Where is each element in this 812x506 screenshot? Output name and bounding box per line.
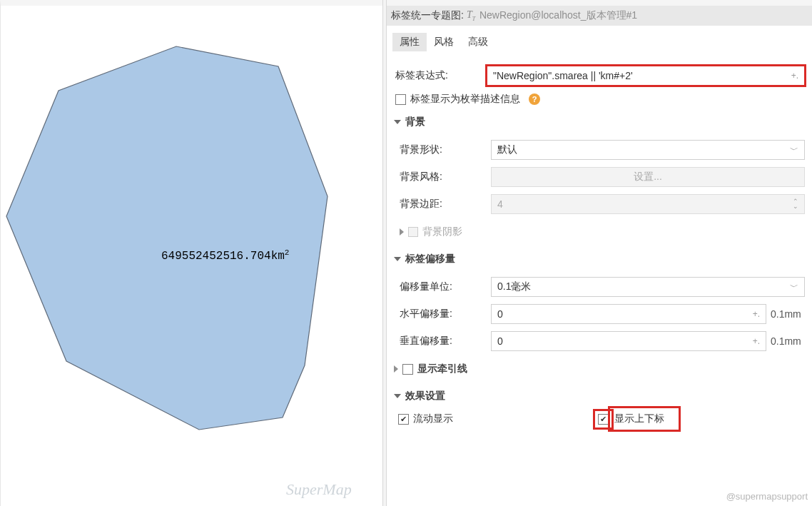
expand-icon <box>400 228 404 236</box>
map-canvas[interactable]: 649552452516.704km2 SuperMap <box>0 0 382 506</box>
section-background-header[interactable]: 背景 <box>394 111 805 133</box>
region-area-label: 649552452516.704km2 <box>161 248 289 263</box>
label-bg-shape: 背景形状: <box>398 143 491 156</box>
supersub-label: 显示上下标 <box>613 411 676 427</box>
brand-watermark: SuperMap <box>286 480 352 499</box>
bg-shape-select[interactable]: 默认 ﹀ <box>491 140 805 160</box>
support-watermark: @supermapsupport <box>726 491 808 502</box>
thematic-label-icon: TT <box>467 9 478 22</box>
enum-display-label: 标签显示为枚举描述信息 <box>410 93 520 106</box>
collapse-icon <box>394 120 401 124</box>
spinner-buttons[interactable]: ⌃⌄ <box>793 199 798 209</box>
help-icon[interactable]: ? <box>529 93 540 105</box>
thematic-label-panel: 标签统一专题图: TT NewRegion@localhost_版本管理#1 属… <box>387 0 812 506</box>
region-polygon <box>6 46 328 430</box>
panel-title: 标签统一专题图: <box>391 9 464 22</box>
label-offset-v: 垂直偏移量: <box>398 335 491 348</box>
section-bg-shadow-header[interactable]: 背景阴影 <box>398 221 805 243</box>
bg-style-button[interactable]: 设置... <box>491 167 805 187</box>
collapse-icon <box>394 394 401 398</box>
collapse-icon <box>394 257 401 261</box>
offset-h-input[interactable]: 0 +. <box>491 304 766 324</box>
section-offset-header[interactable]: 标签偏移量 <box>394 248 805 270</box>
expression-builder-icon[interactable]: +. <box>791 71 798 81</box>
section-effects-header[interactable]: 效果设置 <box>394 385 805 407</box>
label-offset-unit: 偏移量单位: <box>398 280 491 293</box>
label-bg-margin: 背景边距: <box>398 198 491 211</box>
section-offset-title: 标签偏移量 <box>405 253 455 265</box>
bg-shadow-title: 背景阴影 <box>422 226 462 238</box>
panel-body: 标签表达式: "NewRegion".smarea || 'km#+2' +. … <box>387 56 812 506</box>
expression-value: "NewRegion".smarea || 'km#+2' <box>493 70 633 81</box>
layer-chip[interactable]: TT NewRegion@localhost_版本管理#1 <box>467 9 637 22</box>
tab-style[interactable]: 风格 <box>427 33 461 51</box>
value-picker-icon[interactable]: +. <box>753 336 760 346</box>
panel-header: 标签统一专题图: TT NewRegion@localhost_版本管理#1 <box>387 6 812 26</box>
leader-line-checkbox[interactable] <box>402 364 413 375</box>
enum-display-checkbox[interactable] <box>395 94 406 105</box>
flow-display-checkbox[interactable]: ✔ <box>398 414 409 425</box>
leader-line-title: 显示牵引线 <box>417 363 467 375</box>
bg-shadow-checkbox <box>408 227 418 237</box>
tab-attributes[interactable]: 属性 <box>392 33 427 51</box>
chevron-down-icon: ﹀ <box>790 144 798 156</box>
offset-v-unit: 0.1mm <box>766 335 805 347</box>
offset-h-unit: 0.1mm <box>766 308 805 320</box>
offset-unit-select[interactable]: 0.1毫米 ﹀ <box>491 277 805 297</box>
label-expression: 标签表达式: <box>394 69 487 82</box>
expression-input[interactable]: "NewRegion".smarea || 'km#+2' +. <box>487 66 805 86</box>
section-background-title: 背景 <box>405 116 425 128</box>
expand-icon <box>394 365 398 373</box>
section-leader-header[interactable]: 显示牵引线 <box>394 358 805 380</box>
section-effects-title: 效果设置 <box>405 390 445 403</box>
flow-display-label: 流动显示 <box>413 413 453 425</box>
label-offset-h: 水平偏移量: <box>398 308 491 320</box>
tab-advanced[interactable]: 高级 <box>461 33 495 51</box>
supersub-checkbox[interactable]: ✔ <box>598 414 609 425</box>
bg-margin-spinner[interactable]: 4 ⌃⌄ <box>491 194 805 214</box>
tab-bar: 属性 风格 高级 <box>387 26 812 56</box>
label-bg-style: 背景风格: <box>398 171 491 183</box>
value-picker-icon[interactable]: +. <box>753 309 760 319</box>
layer-name: NewRegion@localhost_版本管理#1 <box>479 9 637 22</box>
offset-v-input[interactable]: 0 +. <box>491 331 766 351</box>
chevron-down-icon: ﹀ <box>790 281 798 293</box>
